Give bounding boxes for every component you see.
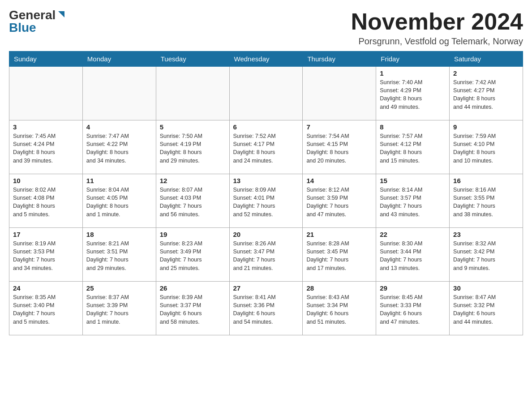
day-number: 7 xyxy=(306,123,372,131)
day-info: Sunrise: 8:26 AM Sunset: 3:47 PM Dayligh… xyxy=(233,240,299,272)
day-info: Sunrise: 7:40 AM Sunset: 4:29 PM Dayligh… xyxy=(380,78,446,111)
day-info: Sunrise: 8:28 AM Sunset: 3:45 PM Dayligh… xyxy=(306,240,372,272)
day-number: 11 xyxy=(86,177,152,184)
day-info: Sunrise: 8:19 AM Sunset: 3:53 PM Dayligh… xyxy=(13,240,79,272)
day-number: 18 xyxy=(86,231,152,238)
calendar-cell-2: 2Sunrise: 7:42 AM Sunset: 4:27 PM Daylig… xyxy=(450,67,523,120)
day-number: 27 xyxy=(233,284,299,292)
calendar-cell-empty xyxy=(156,67,229,120)
day-number: 8 xyxy=(380,123,446,131)
calendar-cell-6: 6Sunrise: 7:52 AM Sunset: 4:17 PM Daylig… xyxy=(229,120,303,174)
location-title: Porsgrunn, Vestfold og Telemark, Norway xyxy=(351,36,523,47)
day-info: Sunrise: 7:57 AM Sunset: 4:12 PM Dayligh… xyxy=(380,132,446,165)
day-info: Sunrise: 7:47 AM Sunset: 4:22 PM Dayligh… xyxy=(86,132,152,165)
title-area: November 2024 Porsgrunn, Vestfold og Tel… xyxy=(351,9,523,47)
day-number: 17 xyxy=(13,231,79,238)
calendar-cell-23: 23Sunrise: 8:32 AM Sunset: 3:42 PM Dayli… xyxy=(450,228,523,282)
calendar-cell-30: 30Sunrise: 8:47 AM Sunset: 3:32 PM Dayli… xyxy=(450,282,523,335)
calendar-cell-16: 16Sunrise: 8:16 AM Sunset: 3:55 PM Dayli… xyxy=(450,174,523,228)
weekday-header-monday: Monday xyxy=(82,51,156,67)
calendar-cell-13: 13Sunrise: 8:09 AM Sunset: 4:01 PM Dayli… xyxy=(229,174,303,228)
calendar-cell-28: 28Sunrise: 8:43 AM Sunset: 3:34 PM Dayli… xyxy=(303,282,376,335)
day-number: 1 xyxy=(380,69,446,77)
calendar-cell-empty xyxy=(9,67,83,120)
day-info: Sunrise: 7:52 AM Sunset: 4:17 PM Dayligh… xyxy=(233,132,299,165)
calendar-cell-4: 4Sunrise: 7:47 AM Sunset: 4:22 PM Daylig… xyxy=(82,120,156,174)
day-number: 28 xyxy=(306,284,372,292)
day-number: 10 xyxy=(13,177,79,184)
calendar-cell-29: 29Sunrise: 8:45 AM Sunset: 3:33 PM Dayli… xyxy=(376,282,450,335)
weekday-header-tuesday: Tuesday xyxy=(156,51,229,67)
day-info: Sunrise: 8:02 AM Sunset: 4:08 PM Dayligh… xyxy=(13,186,79,218)
day-info: Sunrise: 8:16 AM Sunset: 3:55 PM Dayligh… xyxy=(453,186,519,218)
svg-marker-0 xyxy=(58,11,64,17)
day-number: 3 xyxy=(13,123,79,131)
day-number: 2 xyxy=(453,69,519,77)
day-number: 24 xyxy=(13,284,79,292)
day-info: Sunrise: 8:35 AM Sunset: 3:40 PM Dayligh… xyxy=(13,293,79,326)
day-info: Sunrise: 7:59 AM Sunset: 4:10 PM Dayligh… xyxy=(453,132,519,165)
day-number: 6 xyxy=(233,123,299,131)
day-info: Sunrise: 8:14 AM Sunset: 3:57 PM Dayligh… xyxy=(380,186,446,218)
day-info: Sunrise: 8:45 AM Sunset: 3:33 PM Dayligh… xyxy=(380,293,446,326)
day-number: 19 xyxy=(160,231,226,238)
week-row-0: 1Sunrise: 7:40 AM Sunset: 4:29 PM Daylig… xyxy=(9,67,523,120)
calendar-cell-9: 9Sunrise: 7:59 AM Sunset: 4:10 PM Daylig… xyxy=(450,120,523,174)
weekday-header-wednesday: Wednesday xyxy=(229,51,303,67)
calendar-cell-22: 22Sunrise: 8:30 AM Sunset: 3:44 PM Dayli… xyxy=(376,228,450,282)
day-number: 14 xyxy=(306,177,372,184)
day-number: 5 xyxy=(160,123,226,131)
day-info: Sunrise: 8:30 AM Sunset: 3:44 PM Dayligh… xyxy=(380,240,446,272)
day-number: 21 xyxy=(306,231,372,238)
logo: General Blue xyxy=(9,9,66,34)
day-number: 20 xyxy=(233,231,299,238)
day-number: 23 xyxy=(453,231,519,238)
week-row-3: 17Sunrise: 8:19 AM Sunset: 3:53 PM Dayli… xyxy=(9,228,523,282)
day-number: 26 xyxy=(160,284,226,292)
day-number: 9 xyxy=(453,123,519,131)
day-info: Sunrise: 8:47 AM Sunset: 3:32 PM Dayligh… xyxy=(453,293,519,326)
calendar-cell-5: 5Sunrise: 7:50 AM Sunset: 4:19 PM Daylig… xyxy=(156,120,229,174)
logo-blue-text: Blue xyxy=(9,21,36,34)
day-number: 25 xyxy=(86,284,152,292)
day-number: 22 xyxy=(380,231,446,238)
week-row-2: 10Sunrise: 8:02 AM Sunset: 4:08 PM Dayli… xyxy=(9,174,523,228)
day-number: 4 xyxy=(86,123,152,131)
calendar-cell-21: 21Sunrise: 8:28 AM Sunset: 3:45 PM Dayli… xyxy=(303,228,376,282)
calendar-cell-7: 7Sunrise: 7:54 AM Sunset: 4:15 PM Daylig… xyxy=(303,120,376,174)
calendar-header-row: SundayMondayTuesdayWednesdayThursdayFrid… xyxy=(9,51,523,67)
calendar-cell-26: 26Sunrise: 8:39 AM Sunset: 3:37 PM Dayli… xyxy=(156,282,229,335)
day-info: Sunrise: 8:39 AM Sunset: 3:37 PM Dayligh… xyxy=(160,293,226,326)
calendar-cell-15: 15Sunrise: 8:14 AM Sunset: 3:57 PM Dayli… xyxy=(376,174,450,228)
day-info: Sunrise: 8:04 AM Sunset: 4:05 PM Dayligh… xyxy=(86,186,152,218)
day-number: 16 xyxy=(453,177,519,184)
calendar-cell-1: 1Sunrise: 7:40 AM Sunset: 4:29 PM Daylig… xyxy=(376,67,450,120)
weekday-header-sunday: Sunday xyxy=(9,51,83,67)
calendar-cell-empty xyxy=(303,67,376,120)
calendar-cell-18: 18Sunrise: 8:21 AM Sunset: 3:51 PM Dayli… xyxy=(82,228,156,282)
day-info: Sunrise: 8:23 AM Sunset: 3:49 PM Dayligh… xyxy=(160,240,226,272)
day-number: 30 xyxy=(453,284,519,292)
calendar-cell-17: 17Sunrise: 8:19 AM Sunset: 3:53 PM Dayli… xyxy=(9,228,83,282)
calendar-cell-24: 24Sunrise: 8:35 AM Sunset: 3:40 PM Dayli… xyxy=(9,282,83,335)
day-number: 12 xyxy=(160,177,226,184)
calendar-cell-empty xyxy=(82,67,156,120)
logo-general-text: General xyxy=(9,9,56,21)
calendar-table: SundayMondayTuesdayWednesdayThursdayFrid… xyxy=(9,51,523,335)
day-info: Sunrise: 8:12 AM Sunset: 3:59 PM Dayligh… xyxy=(306,186,372,218)
calendar-cell-8: 8Sunrise: 7:57 AM Sunset: 4:12 PM Daylig… xyxy=(376,120,450,174)
day-number: 15 xyxy=(380,177,446,184)
day-info: Sunrise: 8:41 AM Sunset: 3:36 PM Dayligh… xyxy=(233,293,299,326)
calendar-cell-11: 11Sunrise: 8:04 AM Sunset: 4:05 PM Dayli… xyxy=(82,174,156,228)
day-info: Sunrise: 8:32 AM Sunset: 3:42 PM Dayligh… xyxy=(453,240,519,272)
header: General Blue November 2024 Porsgrunn, Ve… xyxy=(9,9,523,47)
calendar-cell-19: 19Sunrise: 8:23 AM Sunset: 3:49 PM Dayli… xyxy=(156,228,229,282)
day-info: Sunrise: 8:09 AM Sunset: 4:01 PM Dayligh… xyxy=(233,186,299,218)
day-info: Sunrise: 7:50 AM Sunset: 4:19 PM Dayligh… xyxy=(160,132,226,165)
day-info: Sunrise: 8:43 AM Sunset: 3:34 PM Dayligh… xyxy=(306,293,372,326)
week-row-1: 3Sunrise: 7:45 AM Sunset: 4:24 PM Daylig… xyxy=(9,120,523,174)
weekday-header-friday: Friday xyxy=(376,51,450,67)
weekday-header-saturday: Saturday xyxy=(450,51,523,67)
calendar-cell-12: 12Sunrise: 8:07 AM Sunset: 4:03 PM Dayli… xyxy=(156,174,229,228)
day-info: Sunrise: 7:54 AM Sunset: 4:15 PM Dayligh… xyxy=(306,132,372,165)
